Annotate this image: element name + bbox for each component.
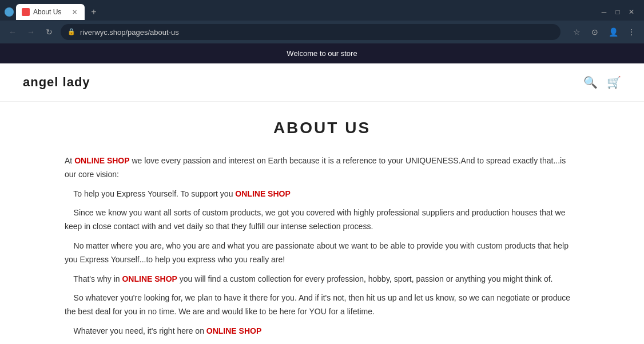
- para5-text1: That's why in: [65, 274, 122, 283]
- camera-icon[interactable]: ⊙: [588, 25, 602, 39]
- cart-icon[interactable]: 🛒: [607, 75, 621, 89]
- address-bar[interactable]: 🔒 riverwyc.shop/pages/about-us: [61, 24, 560, 40]
- online-shop-link-1[interactable]: ONLINE SHOP: [74, 156, 129, 165]
- about-para-1: At ONLINE SHOP we love every passion and…: [65, 154, 579, 182]
- para5-text2: you will find a custom collection for ev…: [177, 274, 553, 283]
- tab-favicon-icon: [22, 8, 30, 16]
- about-para-5: That's why in ONLINE SHOP you will find …: [65, 273, 579, 286]
- active-tab[interactable]: About Us ✕: [16, 4, 85, 20]
- about-para-7: Whatever you need, it's right here on ON…: [65, 325, 579, 338]
- about-para-3: Since we know you want all sorts of cust…: [65, 206, 579, 234]
- forward-button[interactable]: →: [24, 25, 38, 39]
- welcome-text: Welcome to our store: [287, 49, 357, 58]
- close-button[interactable]: ✕: [628, 9, 635, 15]
- welcome-banner: Welcome to our store: [0, 43, 644, 63]
- profile-icon[interactable]: 👤: [606, 25, 620, 39]
- restore-button[interactable]: □: [614, 9, 621, 15]
- para1-text2: we love every passion and interest on Ea…: [65, 156, 566, 179]
- minimize-button[interactable]: ─: [601, 9, 607, 15]
- about-para-4: No matter where you are, who you are and…: [65, 239, 579, 267]
- star-icon[interactable]: ☆: [570, 25, 583, 39]
- site-header: angel lady 🔍 🛒: [0, 63, 644, 102]
- svg-point-0: [6, 9, 12, 15]
- window-controls: ─ □ ✕: [601, 9, 639, 15]
- search-icon[interactable]: 🔍: [583, 75, 598, 89]
- browser-logo-icon: [5, 7, 14, 17]
- para2-indent: To help you Express Yourself. To support…: [65, 189, 235, 198]
- back-button[interactable]: ←: [6, 25, 19, 39]
- tab-title-label: About Us: [33, 8, 66, 16]
- address-bar-row: ← → ↻ 🔒 riverwyc.shop/pages/about-us ☆ ⊙…: [0, 21, 644, 43]
- header-icons: 🔍 🛒: [583, 75, 621, 89]
- para1-text1: At: [65, 156, 74, 165]
- browser-chrome: About Us ✕ + ─ □ ✕ ← → ↻ 🔒 riverwyc.shop…: [0, 0, 644, 43]
- para4-text: No matter where you are, who you are and…: [65, 241, 569, 264]
- main-content: ABOUT US At ONLINE SHOP we love every pa…: [0, 102, 644, 344]
- about-para-2: To help you Express Yourself. To support…: [65, 187, 579, 201]
- lock-icon: 🔒: [67, 28, 75, 36]
- para3-text: Since we know you want all sorts of cust…: [65, 208, 565, 231]
- more-menu-icon[interactable]: ⋮: [625, 25, 638, 39]
- tab-bar: About Us ✕ + ─ □ ✕: [0, 0, 644, 21]
- about-text-body: At ONLINE SHOP we love every passion and…: [65, 154, 579, 338]
- about-para-6: So whatever you're looking for, we plan …: [65, 291, 579, 319]
- online-shop-link-3[interactable]: ONLINE SHOP: [122, 274, 177, 283]
- page-title: ABOUT US: [46, 119, 598, 137]
- tab-close-button[interactable]: ✕: [70, 7, 79, 17]
- online-shop-link-4[interactable]: ONLINE SHOP: [206, 326, 261, 335]
- online-shop-link-2[interactable]: ONLINE SHOP: [235, 189, 290, 198]
- site-wrapper: Welcome to our store angel lady 🔍 🛒 ABOU…: [0, 43, 644, 344]
- para6-text: So whatever you're looking for, we plan …: [65, 293, 570, 316]
- site-logo[interactable]: angel lady: [23, 75, 90, 90]
- new-tab-button[interactable]: +: [87, 5, 101, 19]
- url-display: riverwyc.shop/pages/about-us: [80, 28, 554, 37]
- address-actions: ☆ ⊙ 👤 ⋮: [570, 25, 638, 39]
- refresh-button[interactable]: ↻: [42, 25, 56, 39]
- para7-text1: Whatever you need, it's right here on: [65, 326, 206, 335]
